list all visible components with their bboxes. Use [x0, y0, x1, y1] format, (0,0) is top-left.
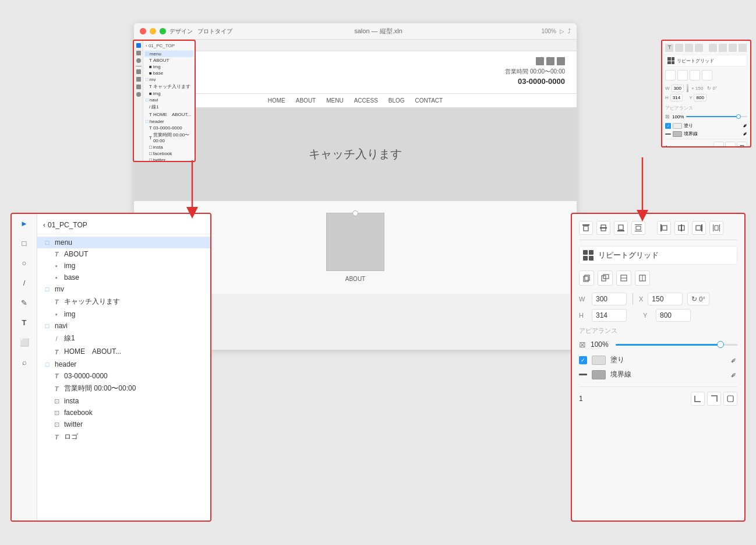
small-fill-eyedropper[interactable]: ✒	[741, 122, 748, 129]
small-tool-text[interactable]	[136, 77, 141, 82]
tool-circle[interactable]: ○	[19, 257, 30, 269]
tool-line[interactable]: /	[19, 277, 30, 289]
tool-rect[interactable]: □	[19, 237, 30, 249]
small-layer-menu[interactable]: □menu	[144, 51, 193, 57]
small-h-value[interactable]: 314	[670, 94, 683, 101]
corner-btn-tl[interactable]	[691, 392, 705, 406]
align-center-v[interactable]	[674, 221, 688, 235]
copy-btn-4[interactable]	[635, 270, 650, 286]
small-tool-line[interactable]	[136, 66, 142, 66]
x-input[interactable]	[648, 293, 683, 305]
fill-eyedropper[interactable]: ✒	[728, 354, 740, 366]
layer-img2[interactable]: ▪ img	[37, 308, 210, 320]
tool-search[interactable]: ⌕	[19, 356, 30, 368]
small-align-3[interactable]	[685, 44, 693, 52]
small-layer-base[interactable]: ■base	[144, 70, 193, 76]
small-align-1[interactable]: ⊤	[665, 44, 673, 52]
small-opacity-slider[interactable]	[686, 116, 747, 117]
window-close-btn[interactable]	[140, 28, 146, 34]
copy-btn-3[interactable]	[616, 270, 631, 286]
small-layer-about[interactable]: TABOUT	[144, 57, 193, 64]
border-color-swatch[interactable]	[592, 370, 606, 379]
layer-base[interactable]: ▪ base	[37, 272, 210, 283]
small-corner-tl[interactable]: ⌐	[713, 142, 724, 147]
layer-navi[interactable]: □ navi	[37, 320, 210, 332]
copy-btn-1[interactable]	[579, 270, 594, 286]
small-tool-component[interactable]	[136, 85, 141, 89]
small-layer-catch[interactable]: Tキャッチ入ります	[144, 83, 193, 90]
fill-checkbox[interactable]: ✓	[579, 356, 587, 364]
small-align-8[interactable]	[739, 44, 747, 52]
nav-blog[interactable]: BLOG	[388, 97, 405, 104]
small-corner-all[interactable]: ⊞	[737, 142, 747, 147]
small-tool-rect[interactable]	[136, 51, 141, 55]
layer-line1[interactable]: / 線1	[37, 332, 210, 345]
small-align-6[interactable]	[719, 44, 727, 52]
layer-img1[interactable]: ▪ img	[37, 260, 210, 272]
small-layer-facebook[interactable]: □facebook	[144, 150, 193, 157]
layer-insta[interactable]: ⊡ insta	[37, 395, 210, 407]
small-layer-mv[interactable]: □mv	[144, 76, 193, 83]
tool-pen[interactable]: ✎	[19, 297, 30, 308]
small-corner-tr[interactable]: ¬	[725, 142, 736, 147]
layer-menu[interactable]: □ menu	[37, 237, 210, 248]
y-input[interactable]	[656, 309, 691, 322]
w-input[interactable]	[592, 293, 627, 305]
layer-twitter[interactable]: ⊡ twitter	[37, 419, 210, 430]
small-layer-navi[interactable]: □navi	[144, 97, 193, 103]
align-top[interactable]	[579, 221, 593, 235]
small-copy-2[interactable]	[677, 70, 688, 80]
distribute-h[interactable]	[709, 221, 723, 235]
nav-about[interactable]: ABOUT	[296, 97, 316, 104]
h-input[interactable]	[592, 309, 627, 322]
small-tool-select[interactable]	[136, 43, 141, 48]
small-border-eyedropper[interactable]: ✒	[741, 130, 748, 138]
small-copy-1[interactable]	[665, 70, 676, 80]
fill-color-swatch[interactable]	[592, 356, 606, 365]
small-layer-img1[interactable]: ■img	[144, 64, 193, 70]
nav-access[interactable]: ACCESS	[354, 97, 378, 104]
align-middle-h[interactable]	[596, 221, 610, 235]
small-tool-search[interactable]	[136, 92, 141, 97]
layer-home-about[interactable]: T HOME ABOUT...	[37, 345, 210, 358]
nav-home[interactable]: HOME	[268, 97, 285, 104]
small-align-4[interactable]	[695, 44, 703, 52]
small-layer-phone[interactable]: T03-0000-0000	[144, 125, 193, 131]
tool-text[interactable]: T	[19, 317, 30, 328]
layer-facebook[interactable]: ⊡ facebook	[37, 407, 210, 419]
layer-hours[interactable]: T 営業時間 00:00〜00:00	[37, 382, 210, 395]
nav-contact[interactable]: CONTACT	[415, 97, 443, 104]
toolbar-btn2[interactable]: ⤴	[568, 28, 571, 34]
small-copy-4[interactable]	[702, 70, 712, 80]
corner-btn-tr[interactable]	[707, 392, 721, 406]
small-tool-circle[interactable]	[136, 58, 141, 63]
small-fill-check[interactable]: ✓	[665, 123, 671, 129]
toolbar-btn1[interactable]: ▷	[560, 28, 564, 34]
nav-menu[interactable]: MENU	[326, 97, 343, 104]
tool-select[interactable]: ►	[19, 217, 30, 229]
border-eyedropper[interactable]: ✒	[728, 369, 740, 381]
mode-design[interactable]: デザイン	[169, 27, 193, 36]
small-layer-hours[interactable]: T営業時間 00:00〜00:00	[144, 131, 193, 144]
rotate-control[interactable]: ↻ 0°	[687, 293, 709, 305]
layer-mv[interactable]: □ mv	[37, 283, 210, 295]
small-layer-header[interactable]: □header	[144, 118, 193, 125]
small-tool-pen[interactable]	[136, 69, 141, 74]
corner-btn-all[interactable]	[723, 392, 737, 406]
window-fullscreen-btn[interactable]	[160, 28, 166, 34]
layer-logo[interactable]: T ロゴ	[37, 430, 210, 444]
mode-prototype[interactable]: プロトタイプ	[197, 27, 232, 36]
layer-about[interactable]: T ABOUT	[37, 248, 210, 260]
layer-header[interactable]: □ header	[37, 358, 210, 370]
tool-component[interactable]: ⬜	[19, 336, 30, 348]
small-layer-insta[interactable]: □insta	[144, 144, 193, 150]
copy-btn-2[interactable]	[598, 270, 613, 286]
repeat-grid-row[interactable]: リピートグリッド	[579, 246, 737, 265]
window-minimize-btn[interactable]	[150, 28, 156, 34]
small-layer-home-about[interactable]: THOME ABOUT...	[144, 111, 193, 118]
small-align-2[interactable]	[675, 44, 683, 52]
small-back-btn[interactable]: ‹ 01_PC_TOP	[144, 43, 193, 51]
layer-catch[interactable]: T キャッチ入ります	[37, 295, 210, 308]
small-layer-line1[interactable]: /線1	[144, 103, 193, 111]
small-repeat-grid[interactable]: リピートグリッド	[665, 55, 747, 66]
